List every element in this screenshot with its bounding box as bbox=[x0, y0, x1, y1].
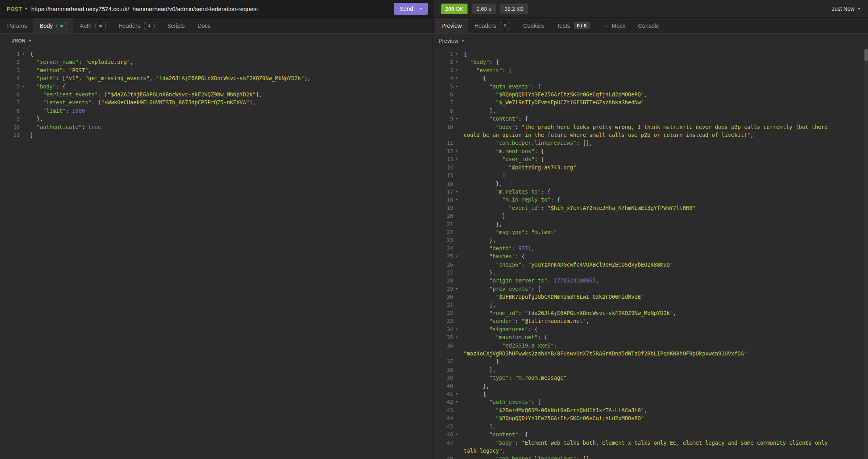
fold-gutter bbox=[453, 301, 460, 309]
line-number: 28 bbox=[433, 277, 453, 284]
code-line: 10 "body": "the graph here looks pretty … bbox=[433, 123, 868, 131]
fold-gutter bbox=[453, 269, 460, 277]
fold-arrow-icon[interactable]: ▾ bbox=[453, 333, 460, 341]
method-selector[interactable]: POST ▾ bbox=[7, 6, 27, 12]
code-line: 8 ], bbox=[433, 107, 868, 115]
fold-arrow-icon[interactable]: ▾ bbox=[453, 83, 460, 90]
scrollbar[interactable] bbox=[864, 48, 868, 459]
fold-gutter bbox=[20, 98, 27, 106]
url-input[interactable]: https://hammerhead.nexy7574.co.uk/_hamme… bbox=[31, 6, 390, 12]
fold-arrow-icon[interactable]: ▾ bbox=[453, 58, 460, 66]
line-number: 5 bbox=[433, 83, 453, 90]
enabled-dot-badge bbox=[95, 22, 106, 30]
fold-gutter bbox=[453, 439, 460, 447]
code-text: "events": [ bbox=[460, 66, 868, 74]
fold-arrow-icon[interactable]: ▾ bbox=[20, 50, 27, 58]
line-number: 40 bbox=[433, 382, 453, 390]
fold-arrow-icon[interactable]: ▾ bbox=[453, 252, 460, 260]
code-text: "earliest_events": ["$da26JtAjE6APGLnX8n… bbox=[27, 90, 433, 98]
line-number: 45 bbox=[433, 423, 453, 430]
fold-gutter bbox=[453, 236, 460, 244]
code-text: }, bbox=[460, 180, 868, 188]
code-text: "$2Bar4MxQ6SM-06kKnf0aBzrnQkU1h1xzTA-LlA… bbox=[460, 406, 868, 414]
fold-gutter bbox=[453, 414, 460, 422]
code-line: 26 "sha256": "yUuYzXnK4DGcwfc4VUABcl9oHZ… bbox=[433, 261, 868, 269]
code-text: "prev_events": [ bbox=[460, 285, 868, 293]
line-number: 2 bbox=[0, 58, 20, 66]
tab-label: Scripts bbox=[167, 23, 185, 29]
code-text: "signatures": { bbox=[460, 325, 868, 333]
tab-request-headers[interactable]: Headers4 bbox=[112, 18, 161, 33]
preview-mode-selector[interactable]: Preview ▾ bbox=[433, 38, 464, 44]
fold-gutter bbox=[453, 357, 460, 365]
fold-gutter bbox=[453, 220, 460, 228]
response-preview-editor[interactable]: 1▾{2▾ "body": {3▾ "events": [4▾ {5▾ "aut… bbox=[433, 48, 868, 459]
tab-response-preview[interactable]: Preview bbox=[435, 18, 468, 33]
code-text: "limit": 1000 bbox=[27, 107, 433, 115]
line-number: 3 bbox=[0, 66, 20, 74]
line-number: 32 bbox=[433, 309, 453, 317]
tests-count-pill: 0 / 0 bbox=[574, 22, 590, 29]
tab-request-params[interactable]: Params bbox=[1, 18, 33, 33]
fold-arrow-icon[interactable]: ▾ bbox=[20, 83, 27, 90]
fold-arrow-icon[interactable]: ▾ bbox=[453, 325, 460, 333]
tab-response-tests[interactable]: Tests0 / 0 bbox=[550, 18, 596, 33]
body-type-selector[interactable]: JSON ▾ bbox=[0, 38, 31, 44]
code-text: } bbox=[460, 357, 868, 365]
code-line: 35▾ "maunium.net": { bbox=[433, 333, 868, 341]
code-text: "body": "Element web talks both, element… bbox=[460, 439, 868, 447]
request-body-editor[interactable]: 1▾{2 "server_name": "explodie.org",3 "me… bbox=[0, 48, 433, 459]
line-number bbox=[433, 447, 453, 455]
tab-response-cookies[interactable]: Cookies bbox=[517, 18, 550, 33]
fold-arrow-icon[interactable]: ▾ bbox=[453, 390, 460, 398]
fold-arrow-icon[interactable]: ▾ bbox=[453, 188, 460, 196]
chevron-down-icon: ▾ bbox=[29, 39, 31, 43]
line-number: 7 bbox=[433, 98, 453, 106]
tab-request-docs[interactable]: Docs bbox=[191, 18, 217, 33]
selector-bar: JSON ▾ Preview ▾ bbox=[0, 34, 868, 48]
code-line: 47 "body": "Element web talks both, elem… bbox=[433, 439, 868, 447]
tab-response-headers[interactable]: Headers9 bbox=[468, 18, 517, 33]
top-bar: POST ▾ https://hammerhead.nexy7574.co.uk… bbox=[0, 0, 868, 18]
code-text: ], bbox=[460, 423, 868, 430]
fold-arrow-icon[interactable]: ▾ bbox=[453, 50, 460, 58]
code-text: }, bbox=[460, 366, 868, 374]
code-text: } bbox=[460, 212, 868, 220]
tab-request-scripts[interactable]: Scripts bbox=[161, 18, 191, 33]
code-text: "method": "POST", bbox=[27, 66, 433, 74]
fold-arrow-icon[interactable]: ▾ bbox=[453, 147, 460, 155]
line-number: 15 bbox=[433, 171, 453, 179]
code-line: 5▾ "auth_events": [ bbox=[433, 83, 868, 90]
fold-arrow-icon[interactable]: ▾ bbox=[453, 115, 460, 123]
response-history-dropdown[interactable]: Just Now ▾ bbox=[832, 6, 860, 12]
fold-arrow-icon[interactable]: ▾ bbox=[453, 430, 460, 438]
chevron-down-icon[interactable]: ▾ bbox=[420, 7, 422, 11]
fold-arrow-icon[interactable]: ▾ bbox=[453, 74, 460, 82]
code-line: 36 "ed25519:a_xxeS": bbox=[433, 342, 868, 350]
response-size-pill: 38.2 KB bbox=[500, 4, 528, 14]
fold-arrow-icon[interactable]: ▾ bbox=[453, 66, 460, 74]
code-text: "server_name": "explodie.org", bbox=[27, 58, 433, 66]
code-text: "latest_events": ["$WwkOeCUaek9EL0HVNTST… bbox=[27, 98, 433, 106]
fold-arrow-icon[interactable]: ▾ bbox=[453, 398, 460, 406]
code-text: "sender": "@tulir:maunium.net", bbox=[460, 317, 868, 325]
request-url-bar: POST ▾ https://hammerhead.nexy7574.co.uk… bbox=[0, 0, 433, 17]
tab-request-auth[interactable]: Auth bbox=[73, 18, 112, 33]
code-text: { bbox=[460, 74, 868, 82]
code-text: "com.beeper.linkpreviews": [], bbox=[460, 139, 868, 147]
tab-response-mock[interactable]: →Mock bbox=[596, 18, 632, 33]
fold-arrow-icon[interactable]: ▾ bbox=[453, 196, 460, 204]
status-text: OK bbox=[456, 6, 464, 12]
code-line: 22 "msgtype": "m.text" bbox=[433, 228, 868, 236]
code-line: 4 "path": ["v1", "get_missing_events", "… bbox=[0, 74, 433, 82]
code-text: }, bbox=[460, 236, 868, 244]
fold-arrow-icon[interactable]: ▾ bbox=[453, 285, 460, 293]
fold-arrow-icon[interactable]: ▾ bbox=[453, 155, 460, 163]
tab-request-body[interactable]: Body bbox=[33, 18, 73, 33]
scrollbar-thumb[interactable] bbox=[864, 49, 868, 61]
send-button[interactable]: Send ▾ bbox=[394, 3, 428, 15]
code-text: ] bbox=[460, 171, 868, 179]
tab-response-console[interactable]: Console bbox=[632, 18, 665, 33]
code-text: "body": { bbox=[460, 58, 868, 66]
fold-gutter bbox=[453, 107, 460, 115]
